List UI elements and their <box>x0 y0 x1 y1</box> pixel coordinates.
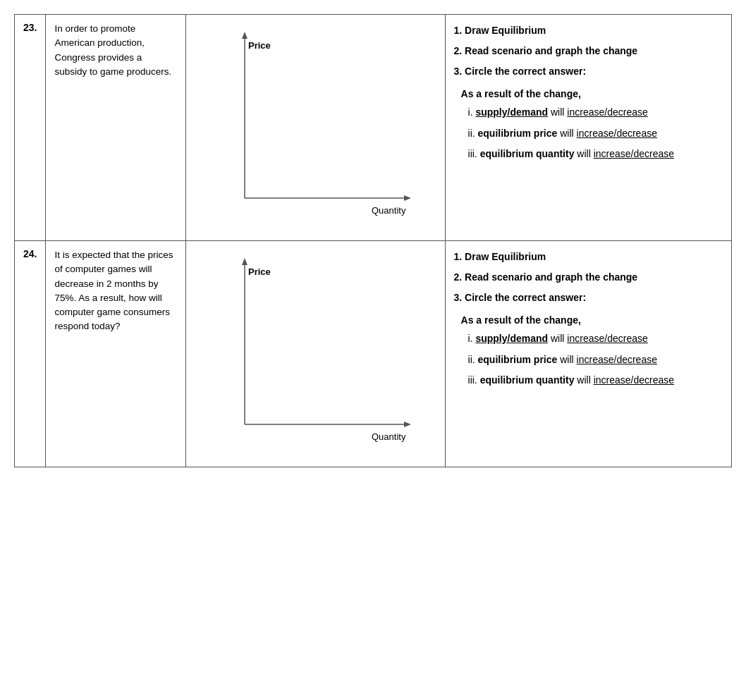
line-ii-prefix-23: ii. <box>468 128 478 139</box>
as-result-24: As a result of the change, <box>461 312 723 329</box>
line-ii-bold-24: equilibrium price <box>478 354 558 365</box>
line-ii-bold-23: equilibrium price <box>478 128 558 139</box>
graph-23: Price Quantity <box>185 15 445 241</box>
line-i-underlined-23: increase/decrease <box>567 106 647 118</box>
answer-line-iii-23: iii. equilibrium quantity will increase/… <box>468 146 723 163</box>
question-number-23: 23. <box>15 15 46 241</box>
step2-23: 2. Read scenario and graph the change <box>454 42 723 60</box>
answer-line-i-24: i. supply/demand will increase/decrease <box>468 331 723 348</box>
line-ii-mid-23: will <box>557 128 576 139</box>
question-number-24: 24. <box>15 241 46 467</box>
answer-line-ii-24: ii. equilibrium price will increase/decr… <box>468 352 723 369</box>
line-iii-prefix-24: iii. <box>468 374 480 386</box>
line-iii-mid-24: will <box>574 374 593 386</box>
line-iii-bold-24: equilibrium quantity <box>480 374 575 386</box>
step3-24: 3. Circle the correct answer: <box>454 289 723 307</box>
line-iii-underlined-24: increase/decrease <box>594 374 674 386</box>
answer-line-iii-24: iii. equilibrium quantity will increase/… <box>468 372 723 389</box>
answer-line-ii-23: ii. equilibrium price will increase/decr… <box>468 125 723 142</box>
instructions-23: 1. Draw Equilibrium 2. Read scenario and… <box>445 15 731 241</box>
line-iii-underlined-23: increase/decrease <box>594 148 674 159</box>
line-ii-prefix-24: ii. <box>468 354 478 365</box>
line-i-mid-23: will <box>548 106 567 118</box>
line-i-bold-23: supply/demand <box>475 106 548 118</box>
price-label-23: Price <box>248 40 271 51</box>
line-ii-underlined-23: increase/decrease <box>577 128 657 139</box>
as-result-23: As a result of the change, <box>461 85 723 103</box>
graph-svg-24: Price Quantity <box>202 248 428 460</box>
scenario-24: It is expected that the prices of comput… <box>46 241 185 467</box>
step3-23: 3. Circle the correct answer: <box>454 63 723 80</box>
line-i-mid-24: will <box>548 333 567 344</box>
step1-24: 1. Draw Equilibrium <box>454 248 723 266</box>
graph-container-24: Price Quantity <box>202 248 428 460</box>
line-iii-bold-23: equilibrium quantity <box>480 148 575 159</box>
line-iii-mid-23: will <box>574 148 593 159</box>
graph-svg-23: Price Quantity <box>202 22 428 233</box>
table-row: 23. In order to promote American product… <box>15 15 732 241</box>
scenario-23: In order to promote American production,… <box>46 15 185 241</box>
svg-marker-5 <box>242 258 247 265</box>
quantity-label-23: Quantity <box>372 205 406 216</box>
line-ii-mid-24: will <box>557 354 576 365</box>
graph-24: Price Quantity <box>185 241 445 467</box>
instructions-24: 1. Draw Equilibrium 2. Read scenario and… <box>445 241 731 467</box>
line-iii-prefix-23: iii. <box>468 148 480 159</box>
quantity-label-24: Quantity <box>372 431 406 442</box>
price-label-24: Price <box>248 266 271 277</box>
step2-24: 2. Read scenario and graph the change <box>454 269 723 286</box>
graph-container-23: Price Quantity <box>202 22 428 233</box>
svg-marker-3 <box>404 195 411 201</box>
step1-23: 1. Draw Equilibrium <box>454 22 723 39</box>
worksheet-table: 23. In order to promote American product… <box>14 14 732 467</box>
answer-line-i-23: i. supply/demand will increase/decrease <box>468 104 723 121</box>
line-i-underlined-24: increase/decrease <box>567 333 647 344</box>
svg-marker-1 <box>242 32 247 39</box>
svg-marker-7 <box>404 422 411 427</box>
line-i-prefix-23: i. <box>468 106 473 118</box>
line-i-bold-24: supply/demand <box>475 333 548 344</box>
line-ii-underlined-24: increase/decrease <box>577 354 657 365</box>
table-row: 24. It is expected that the prices of co… <box>15 241 732 467</box>
line-i-prefix-24: i. <box>468 333 473 344</box>
